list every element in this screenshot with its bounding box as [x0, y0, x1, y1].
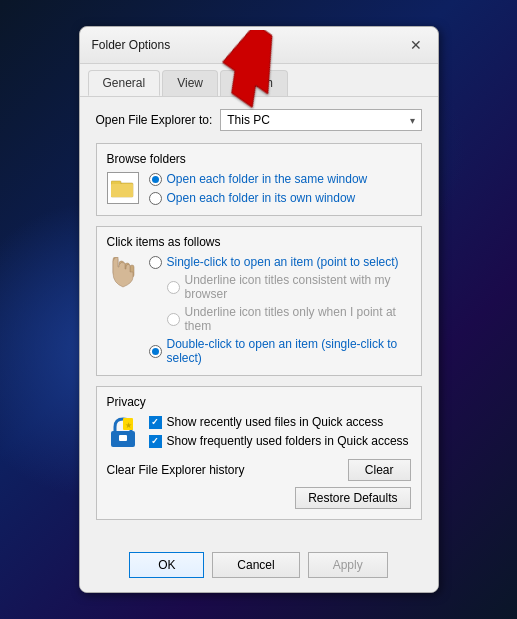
browse-folders-section: Browse folders Open each folder in the s… — [96, 143, 422, 216]
checkbox-frequent-folders[interactable]: Show frequently used folders in Quick ac… — [149, 434, 411, 448]
clear-history-label: Clear File Explorer history — [107, 463, 245, 477]
radio-single-click-label: Single-click to open an item (point to s… — [167, 255, 399, 269]
pointer-icon — [107, 255, 139, 293]
checkbox-recent-files-label: Show recently used files in Quick access — [167, 415, 384, 429]
privacy-section-content: ★ Show recently used files in Quick acce… — [107, 415, 411, 453]
close-button[interactable]: ✕ — [406, 35, 426, 55]
radio-underline-browser[interactable]: Underline icon titles consistent with my… — [149, 273, 411, 301]
radio-same-window-label: Open each folder in the same window — [167, 172, 368, 186]
ok-button[interactable]: OK — [129, 552, 204, 578]
radio-underline-point-label: Underline icon titles only when I point … — [185, 305, 411, 333]
radio-own-window-label: Open each folder in its own window — [167, 191, 356, 205]
checkbox-frequent-folders-label: Show frequently used folders in Quick ac… — [167, 434, 409, 448]
click-items-label: Click items as follows — [107, 235, 411, 249]
browse-section-content: Open each folder in the same window Open… — [107, 172, 411, 205]
checkbox-frequent-folders-box — [149, 435, 162, 448]
radio-underline-point[interactable]: Underline icon titles only when I point … — [149, 305, 411, 333]
radio-same-window-circle — [149, 173, 162, 186]
checkbox-recent-files[interactable]: Show recently used files in Quick access — [149, 415, 411, 429]
folder-icon — [107, 172, 139, 204]
bottom-bar: OK Cancel Apply — [80, 542, 438, 592]
browse-folders-label: Browse folders — [107, 152, 411, 166]
clear-button[interactable]: Clear — [348, 459, 411, 481]
tab-general[interactable]: General — [88, 70, 161, 96]
click-option-group: Single-click to open an item (point to s… — [149, 255, 411, 365]
radio-underline-point-circle — [167, 313, 180, 326]
radio-own-window[interactable]: Open each folder in its own window — [149, 191, 368, 205]
tab-view[interactable]: View — [162, 70, 218, 96]
apply-button[interactable]: Apply — [308, 552, 388, 578]
title-bar: Folder Options ✕ — [80, 27, 438, 64]
explorer-row: Open File Explorer to: This PC ▾ — [96, 109, 422, 131]
explorer-value: This PC — [227, 113, 270, 127]
privacy-icon: ★ — [107, 415, 139, 453]
privacy-section: Privacy ★ Show recently used fi — [96, 386, 422, 520]
svg-text:★: ★ — [124, 421, 131, 430]
explorer-label: Open File Explorer to: — [96, 113, 213, 127]
svg-rect-9 — [119, 435, 127, 441]
explorer-dropdown[interactable]: This PC ▾ — [220, 109, 421, 131]
tab-search[interactable]: Search — [220, 70, 288, 96]
click-items-section: Click items as follows Single-click to o… — [96, 226, 422, 376]
privacy-label: Privacy — [107, 395, 411, 409]
radio-same-window[interactable]: Open each folder in the same window — [149, 172, 368, 186]
restore-defaults-button[interactable]: Restore Defaults — [295, 487, 410, 509]
svg-rect-3 — [111, 184, 133, 197]
radio-underline-browser-circle — [167, 281, 180, 294]
cancel-button[interactable]: Cancel — [212, 552, 299, 578]
browse-options: Open each folder in the same window Open… — [149, 172, 368, 205]
dropdown-arrow-icon: ▾ — [410, 115, 415, 126]
radio-single-click-circle — [149, 256, 162, 269]
click-section-content: Single-click to open an item (point to s… — [107, 255, 411, 365]
tabs-container: General View Search — [80, 64, 438, 96]
folder-options-dialog: Folder Options ✕ General View Search Ope… — [79, 26, 439, 593]
radio-own-window-circle — [149, 192, 162, 205]
dialog-title: Folder Options — [92, 38, 171, 52]
checkbox-recent-files-box — [149, 416, 162, 429]
privacy-checkboxes: Show recently used files in Quick access… — [149, 415, 411, 453]
radio-underline-browser-label: Underline icon titles consistent with my… — [185, 273, 411, 301]
radio-single-click[interactable]: Single-click to open an item (point to s… — [149, 255, 411, 269]
radio-double-click-label: Double-click to open an item (single-cli… — [167, 337, 411, 365]
radio-double-click[interactable]: Double-click to open an item (single-cli… — [149, 337, 411, 365]
radio-double-click-circle — [149, 345, 162, 358]
content-area: Open File Explorer to: This PC ▾ Browse … — [80, 96, 438, 542]
clear-history-row: Clear File Explorer history Clear — [107, 459, 411, 481]
